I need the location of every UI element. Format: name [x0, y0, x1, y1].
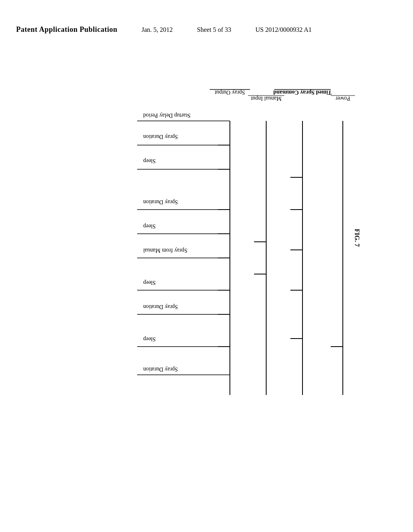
svg-text:Sleep: Sleep: [143, 280, 156, 286]
header: Patent Application Publication Jan. 5, 2…: [0, 25, 413, 34]
svg-text:Manual Input: Manual Input: [251, 96, 282, 102]
svg-text:Spray from Manual: Spray from Manual: [143, 247, 188, 254]
svg-text:Spray Output: Spray Output: [215, 89, 245, 96]
header-date: Jan. 5, 2012: [142, 26, 173, 33]
timing-diagram: Startup Delay Period Spray Duration Slee…: [56, 73, 363, 435]
svg-text:Power: Power: [336, 96, 350, 102]
svg-text:Sleep: Sleep: [143, 158, 156, 164]
svg-text:Sleep: Sleep: [143, 336, 156, 342]
header-sheet: Sheet 5 of 33: [197, 26, 231, 33]
svg-text:Startup Delay Period: Startup Delay Period: [143, 112, 190, 118]
svg-text:Sleep: Sleep: [143, 223, 156, 229]
figure-container: Startup Delay Period Spray Duration Slee…: [32, 60, 387, 504]
svg-text:Spray Duration: Spray Duration: [143, 134, 178, 140]
svg-text:Spray Duration: Spray Duration: [143, 199, 178, 205]
header-patent-number: US 2012/0000932 A1: [255, 26, 312, 33]
svg-text:FIG. 7: FIG. 7: [354, 229, 361, 247]
svg-text:Spray Duration: Spray Duration: [143, 304, 178, 310]
patent-label: Patent Application Publication: [16, 25, 117, 34]
svg-text:Timed Spray Command: Timed Spray Command: [273, 89, 332, 96]
svg-text:Spray Duration: Spray Duration: [143, 366, 178, 372]
